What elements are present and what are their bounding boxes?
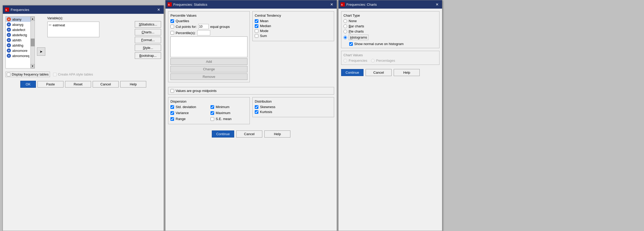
range-checkbox[interactable]: [170, 117, 174, 121]
percentile-values-title: Percentile Values: [170, 14, 247, 17]
selected-variables-box[interactable]: ✏ eatmeat: [47, 22, 99, 37]
mode-checkbox[interactable]: [255, 29, 258, 33]
change-button[interactable]: Change: [170, 66, 247, 72]
statistics-button[interactable]: SStatistics...: [135, 21, 161, 28]
var-icon-abanyg: ●: [7, 22, 11, 27]
paste-button[interactable]: Paste: [37, 81, 63, 88]
histograms-radio[interactable]: [343, 36, 347, 39]
percentages-radio-label[interactable]: Percentages: [371, 59, 395, 63]
statistics-window: S Frequencies: Statistics ✕ Percentile V…: [165, 0, 337, 231]
charts-title-bar: S Frequencies: Charts ✕: [339, 0, 442, 9]
frequencies-title: Frequencies: [11, 8, 29, 12]
charts-body: Chart Type None Bar charts Pie charts: [339, 9, 442, 231]
remove-button[interactable]: Remove: [170, 73, 247, 80]
frequencies-close-button[interactable]: ✕: [156, 7, 162, 12]
pie-charts-label: Pie charts: [349, 29, 364, 33]
dispersion-section: Dispersion Std. deviation Minimum: [168, 97, 250, 124]
kurtosis-checkbox[interactable]: [255, 110, 258, 114]
display-freq-tables-label[interactable]: Display frequency tables: [5, 72, 50, 77]
percentiles-label: Percentile(s):: [176, 31, 196, 35]
help-button[interactable]: Help: [120, 81, 146, 88]
cut-points-checkbox[interactable]: [170, 25, 174, 28]
stats-help-button[interactable]: Help: [264, 130, 290, 138]
var-name-abdefectg: abdefectg: [12, 33, 27, 37]
list-item[interactable]: ● abdefectg: [6, 32, 30, 38]
std-dev-checkbox[interactable]: [170, 105, 174, 109]
percentiles-input[interactable]: [197, 30, 210, 35]
add-button[interactable]: Add: [170, 58, 247, 65]
percentiles-list[interactable]: [170, 36, 247, 57]
sum-checkbox[interactable]: [255, 34, 258, 38]
show-normal-curve-checkbox[interactable]: [349, 42, 353, 46]
pie-charts-radio[interactable]: [343, 30, 347, 33]
scroll-up-arrow[interactable]: ▲: [31, 17, 35, 21]
skewness-label: Skewness: [260, 105, 275, 109]
mean-checkbox[interactable]: [255, 19, 258, 23]
cancel-button[interactable]: Cancel: [93, 81, 119, 88]
variable-list-container: ● abany ● abanyg ● abdefect: [5, 16, 35, 68]
se-mean-checkbox[interactable]: [211, 117, 214, 121]
list-item[interactable]: ● abhlth: [6, 38, 30, 43]
list-item[interactable]: ● abhlthg: [6, 43, 30, 48]
ok-button[interactable]: OK: [20, 81, 36, 88]
list-item[interactable]: ● abnomoreq: [6, 53, 30, 58]
var-name-abanyg: abanyg: [12, 23, 23, 27]
percentages-label: Percentages: [376, 59, 395, 63]
histograms-radio-label[interactable]: Histograms: [343, 35, 437, 40]
scroll-down-arrow[interactable]: ▼: [31, 64, 35, 68]
variance-checkbox[interactable]: [170, 111, 174, 115]
style-button[interactable]: Style...: [135, 45, 161, 51]
charts-help-button[interactable]: Help: [394, 69, 420, 76]
cut-points-label: Cut points for:: [176, 25, 197, 29]
create-apa-checkbox[interactable]: [53, 73, 57, 76]
none-label: None: [349, 19, 357, 23]
var-icon-abhlth: ●: [7, 38, 11, 42]
var-list-scrollbar[interactable]: ▲ ▼: [30, 17, 35, 68]
maximum-checkbox[interactable]: [211, 111, 214, 115]
list-item[interactable]: ● abdefect: [6, 27, 30, 32]
display-freq-tables-checkbox[interactable]: [7, 73, 10, 76]
var-icon-abdefect: ●: [7, 28, 11, 32]
none-radio-label[interactable]: None: [343, 19, 437, 23]
midpoints-checkbox[interactable]: [170, 89, 174, 93]
list-item[interactable]: ● abanyg: [6, 22, 30, 27]
variable-list[interactable]: ● abany ● abanyg ● abdefect: [6, 17, 30, 68]
charts-cancel-button[interactable]: Cancel: [366, 69, 392, 76]
quartiles-checkbox[interactable]: [170, 19, 174, 23]
selected-var-name: eatmeat: [53, 23, 65, 27]
reset-button[interactable]: Reset: [65, 81, 91, 88]
percentages-radio[interactable]: [371, 59, 375, 63]
scroll-thumb[interactable]: [31, 39, 35, 46]
show-normal-curve-label[interactable]: Show normal curve on histogram: [349, 42, 437, 46]
charts-close-button[interactable]: ✕: [434, 2, 440, 7]
minimum-label: Minimum: [216, 105, 229, 109]
quartiles-label: Quartiles: [176, 19, 189, 23]
list-item[interactable]: ● abnomore: [6, 48, 30, 53]
midpoints-label: Values are group midpoints: [176, 89, 216, 93]
frequencies-radio-label[interactable]: Frequencies: [343, 59, 367, 63]
charts-continue-button[interactable]: Continue: [341, 69, 364, 76]
std-dev-label: Std. deviation: [176, 105, 196, 109]
format-button[interactable]: Format...: [135, 37, 161, 43]
skewness-checkbox[interactable]: [255, 105, 258, 109]
pie-charts-radio-label[interactable]: Pie charts: [343, 29, 437, 33]
stats-continue-button[interactable]: Continue: [212, 130, 234, 138]
minimum-checkbox[interactable]: [211, 105, 214, 109]
cut-points-input[interactable]: [198, 24, 209, 29]
statistics-close-button[interactable]: ✕: [329, 2, 335, 7]
frequencies-radio[interactable]: [343, 59, 347, 63]
var-name-abnomore: abnomore: [12, 49, 28, 53]
charts-button[interactable]: Charts...: [135, 29, 161, 35]
none-radio[interactable]: [343, 19, 347, 23]
stats-cancel-button[interactable]: Cancel: [236, 130, 262, 138]
bootstrap-button[interactable]: Bootstrap...: [135, 52, 161, 59]
move-to-variables-button[interactable]: ➤: [37, 47, 45, 56]
central-tendency-section: Central Tendency Mean Median Mode: [252, 11, 334, 41]
bar-charts-radio-label[interactable]: Bar charts: [343, 24, 437, 28]
median-checkbox[interactable]: [255, 24, 258, 28]
bar-charts-radio[interactable]: [343, 24, 347, 28]
dispersion-title: Dispersion: [170, 99, 247, 103]
percentiles-checkbox[interactable]: [170, 31, 174, 35]
list-item[interactable]: ● abany: [6, 17, 30, 22]
create-apa-label: Create APA style tables: [53, 72, 93, 76]
